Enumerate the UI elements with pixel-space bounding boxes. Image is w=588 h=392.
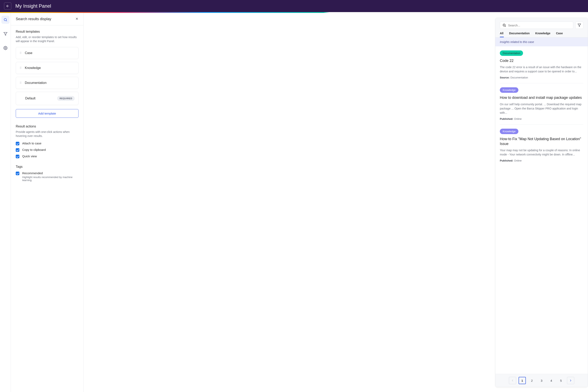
template-name: Default (25, 96, 36, 100)
pagination: 1 2 3 4 5 (495, 374, 588, 387)
actions-title: Result actions (16, 124, 79, 128)
checkbox-label: Recommended (22, 172, 79, 175)
result-tabs: All Documentation Knowledge Case (500, 32, 583, 37)
add-template-button[interactable]: Add template (16, 109, 79, 118)
page-prev-button[interactable] (509, 377, 516, 384)
svg-line-8 (505, 26, 505, 26)
page-5-button[interactable]: 5 (557, 377, 564, 384)
rail-filter[interactable] (2, 30, 10, 38)
template-name: Knowledge (25, 66, 41, 70)
arrow-left-icon (6, 4, 10, 8)
page-3-button[interactable]: 3 (538, 377, 545, 384)
filter-icon (4, 32, 8, 36)
search-input[interactable] (508, 24, 571, 27)
checkbox-recommended[interactable] (16, 172, 19, 175)
tab-case[interactable]: Case (556, 32, 562, 37)
drag-handle-icon[interactable]: ⠿ (20, 66, 22, 70)
result-meta: Published:Online (500, 159, 583, 162)
checkbox-copy[interactable] (16, 148, 19, 152)
rail-search[interactable] (2, 16, 10, 24)
svg-point-4 (5, 48, 6, 48)
app-header: My Insight Panel (0, 0, 588, 12)
page-4-button[interactable]: 4 (548, 377, 555, 384)
checkbox-attach[interactable] (16, 142, 19, 146)
actions-desc: Provide agents with one-click actions wh… (16, 130, 79, 138)
result-title: How to download and install map package … (500, 95, 583, 100)
config-panel: Search results display Result templates … (11, 13, 84, 392)
tab-documentation[interactable]: Documentation (509, 32, 530, 37)
result-badge: Knowledge (500, 129, 518, 134)
tab-all[interactable]: All (500, 32, 503, 37)
filter-icon (577, 24, 581, 27)
template-card[interactable]: ⠿ Documentation (16, 77, 79, 89)
tags-title: Tags (16, 165, 79, 168)
result-item[interactable]: DocumentationCode 22The code 22 error is… (500, 46, 583, 83)
svg-point-1 (4, 18, 7, 21)
templates-title: Result templates (16, 30, 79, 34)
page-1-button[interactable]: 1 (518, 377, 526, 384)
insights-banner: Insights related to this case (495, 38, 588, 46)
result-snippet: Your map may not be updating for a coupl… (500, 148, 583, 157)
result-title: Code 22 (500, 58, 583, 63)
checkbox-label: Quick view (22, 154, 37, 158)
drag-handle-icon[interactable]: ⠿ (20, 52, 22, 55)
checkbox-label: Attach to case (22, 142, 41, 145)
svg-line-2 (6, 20, 7, 21)
search-icon (4, 18, 8, 22)
insight-panel-preview: All Documentation Knowledge Case Insight… (495, 18, 588, 387)
chevron-left-icon (511, 379, 514, 382)
templates-desc: Add, edit, or reorder templates to set h… (16, 35, 79, 43)
tab-knowledge[interactable]: Knowledge (535, 32, 550, 37)
template-card[interactable]: ⠿ Knowledge (16, 62, 79, 74)
template-card[interactable]: Default REQUIRED (16, 92, 79, 105)
checkbox-sublabel: Highlight results recommended by machine… (22, 176, 79, 182)
results-list: DocumentationCode 22The code 22 error is… (495, 46, 588, 374)
result-snippet: On our self help community portal. ... D… (500, 102, 583, 115)
required-badge: REQUIRED (57, 96, 75, 101)
template-card[interactable]: ⠿ Case (16, 47, 79, 59)
result-meta: Source:Documentation (500, 76, 583, 79)
checkbox-label: Copy to clipboard (22, 148, 46, 152)
gear-icon (4, 46, 8, 50)
result-meta: Published:Online (500, 117, 583, 120)
result-badge: Documentation (500, 50, 523, 56)
page-2-button[interactable]: 2 (528, 377, 535, 384)
result-badge: Knowledge (500, 87, 518, 93)
left-rail (0, 13, 11, 392)
filter-button[interactable] (575, 22, 583, 29)
close-icon (75, 17, 79, 20)
search-input-wrap[interactable] (500, 22, 573, 29)
result-title: How-to Fix "Map Not Updating Based on Lo… (500, 136, 583, 146)
page-title: My Insight Panel (15, 3, 51, 9)
search-icon (502, 24, 506, 27)
drag-handle-icon[interactable]: ⠿ (20, 81, 22, 84)
rail-settings[interactable] (2, 44, 10, 52)
preview-area: All Documentation Knowledge Case Insight… (84, 13, 588, 392)
panel-title: Search results display (16, 17, 51, 21)
result-item[interactable]: KnowledgeHow-to Fix "Map Not Updating Ba… (500, 124, 583, 166)
result-snippet: The code 22 error is a result of an issu… (500, 65, 583, 74)
close-panel-button[interactable] (75, 17, 79, 21)
checkbox-quickview[interactable] (16, 155, 19, 158)
template-name: Documentation (25, 81, 47, 85)
template-name: Case (25, 51, 32, 55)
svg-marker-3 (4, 32, 7, 36)
back-button[interactable] (4, 2, 11, 10)
page-next-button[interactable] (567, 377, 574, 384)
chevron-right-icon (569, 379, 572, 382)
result-item[interactable]: KnowledgeHow to download and install map… (500, 83, 583, 124)
svg-marker-9 (578, 24, 581, 26)
